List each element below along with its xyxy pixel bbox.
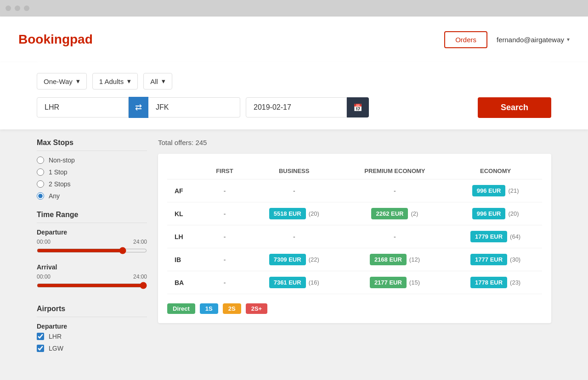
departure-range-slider[interactable] xyxy=(37,247,147,254)
airport-lhr[interactable]: LHR xyxy=(37,333,147,340)
airports-departure-label: Departure xyxy=(37,323,147,330)
cell-business[interactable]: 7309 EUR (22) xyxy=(248,248,341,271)
price-badge-economy[interactable]: 996 EUR xyxy=(472,185,506,196)
class-label: All xyxy=(150,78,158,85)
airport-lgw[interactable]: LGW xyxy=(37,345,147,352)
date-wrapper: 📅 xyxy=(246,97,369,117)
stop-radio-any[interactable] xyxy=(37,192,44,200)
count-premium_economy: (15) xyxy=(409,279,420,286)
cell-premium_economy[interactable]: 2262 EUR (2) xyxy=(341,202,449,225)
search-button[interactable]: Search xyxy=(478,97,551,118)
col-economy: ECONOMY xyxy=(449,163,542,179)
cell-airline: LH xyxy=(167,225,202,248)
cell-business[interactable]: 5518 EUR (20) xyxy=(248,202,341,225)
price-badge-economy[interactable]: 1779 EUR xyxy=(470,231,507,242)
cell-airline: BA xyxy=(167,271,202,294)
price-badge-business[interactable]: 7309 EUR xyxy=(269,254,306,265)
user-menu[interactable]: fernando@airgateway ▾ xyxy=(497,36,570,44)
departure-max: 24:00 xyxy=(133,239,147,245)
cell-premium_economy: - xyxy=(341,179,449,202)
header: Bookingpad Orders fernando@airgateway ▾ xyxy=(0,17,588,62)
airports-title: Airports xyxy=(37,305,147,317)
legend-2s: 2S xyxy=(223,303,241,314)
sidebar: Max Stops Non-stop 1 Stop 2 Stops Any xyxy=(37,139,147,363)
offers-table-container: FIRST BUSINESS PREMIUM ECONOMY ECONOMY A… xyxy=(158,154,551,323)
stop-option-any[interactable]: Any xyxy=(37,192,147,200)
trip-type-dropdown[interactable]: One-Way ▾ xyxy=(37,73,87,89)
arrival-range-slider[interactable] xyxy=(37,282,147,289)
stop-radio-2stops[interactable] xyxy=(37,180,44,188)
swap-icon: ⇄ xyxy=(135,102,142,112)
chevron-down-icon: ▾ xyxy=(567,36,570,43)
table-row: BA- 7361 EUR (16) 2177 EUR (15) 1778 EUR… xyxy=(167,271,542,294)
window-dot-3[interactable] xyxy=(24,6,29,11)
count-economy: (30) xyxy=(510,256,520,263)
window-dot-1[interactable] xyxy=(6,6,11,11)
col-first: FIRST xyxy=(202,163,248,179)
destination-input[interactable] xyxy=(148,97,240,117)
max-stops-title: Max Stops xyxy=(37,139,147,151)
airport-lhr-label: LHR xyxy=(49,333,62,340)
stop-radio-1stop[interactable] xyxy=(37,168,44,176)
departure-min: 00:00 xyxy=(37,239,51,245)
cell-first: - xyxy=(202,202,248,225)
total-offers: Total offers: 245 xyxy=(158,139,551,146)
arrival-min: 00:00 xyxy=(37,274,51,280)
time-range-section: Time Range Departure 00:00 24:00 Arrival… xyxy=(37,211,147,294)
class-dropdown[interactable]: All ▾ xyxy=(143,73,172,89)
cell-premium_economy[interactable]: 2168 EUR (12) xyxy=(341,248,449,271)
cell-economy[interactable]: 1777 EUR (30) xyxy=(449,248,542,271)
departure-time-range: 00:00 24:00 xyxy=(37,239,147,245)
price-badge-premium_economy[interactable]: 2262 EUR xyxy=(371,208,408,219)
cell-economy[interactable]: 1778 EUR (23) xyxy=(449,271,542,294)
price-badge-premium_economy[interactable]: 2168 EUR xyxy=(370,254,407,265)
app-container: Bookingpad Orders fernando@airgateway ▾ … xyxy=(0,17,588,380)
max-stops-section: Max Stops Non-stop 1 Stop 2 Stops Any xyxy=(37,139,147,200)
count-premium_economy: (12) xyxy=(409,256,420,263)
col-business: BUSINESS xyxy=(248,163,341,179)
price-badge-premium_economy[interactable]: 2177 EUR xyxy=(370,277,407,288)
price-badge-economy[interactable]: 996 EUR xyxy=(472,208,506,219)
time-range-title: Time Range xyxy=(37,211,147,223)
stop-label-1stop: 1 Stop xyxy=(49,168,67,176)
airports-section: Airports Departure LHR LGW xyxy=(37,305,147,352)
stop-option-2stops[interactable]: 2 Stops xyxy=(37,180,147,188)
airport-lhr-checkbox[interactable] xyxy=(37,333,44,340)
origin-input[interactable] xyxy=(37,97,129,117)
legend-direct: Direct xyxy=(167,303,195,314)
arrival-time-range: 00:00 24:00 xyxy=(37,274,147,280)
calendar-button[interactable]: 📅 xyxy=(347,97,369,117)
price-badge-business[interactable]: 7361 EUR xyxy=(269,277,306,288)
stop-option-nonstop[interactable]: Non-stop xyxy=(37,156,147,164)
trip-type-label: One-Way xyxy=(44,78,73,85)
count-economy: (23) xyxy=(510,279,520,286)
count-economy: (20) xyxy=(508,210,519,217)
count-business: (20) xyxy=(309,210,319,217)
count-premium_economy: (2) xyxy=(411,210,418,217)
cell-premium_economy[interactable]: 2177 EUR (15) xyxy=(341,271,449,294)
cell-airline: KL xyxy=(167,202,202,225)
cell-economy[interactable]: 996 EUR (21) xyxy=(449,179,542,202)
swap-button[interactable]: ⇄ xyxy=(129,97,148,118)
adults-dropdown[interactable]: 1 Adults ▾ xyxy=(92,73,138,89)
cell-business: - xyxy=(248,225,341,248)
price-badge-business[interactable]: 5518 EUR xyxy=(269,208,306,219)
user-email: fernando@airgateway xyxy=(497,36,564,44)
stop-radio-nonstop[interactable] xyxy=(37,156,44,164)
window-dot-2[interactable] xyxy=(15,6,20,11)
arrival-max: 24:00 xyxy=(133,274,147,280)
price-badge-economy[interactable]: 1778 EUR xyxy=(470,277,507,288)
cell-first: - xyxy=(202,271,248,294)
stop-option-1stop[interactable]: 1 Stop xyxy=(37,168,147,176)
cell-economy[interactable]: 996 EUR (20) xyxy=(449,202,542,225)
col-airline xyxy=(167,163,202,179)
adults-label: 1 Adults xyxy=(99,78,124,85)
orders-button[interactable]: Orders xyxy=(444,31,487,48)
cell-business[interactable]: 7361 EUR (16) xyxy=(248,271,341,294)
trip-type-chevron-icon: ▾ xyxy=(76,77,80,85)
table-row: KL- 5518 EUR (20) 2262 EUR (2) 996 EUR (… xyxy=(167,202,542,225)
cell-economy[interactable]: 1779 EUR (64) xyxy=(449,225,542,248)
date-input[interactable] xyxy=(246,97,347,117)
price-badge-economy[interactable]: 1777 EUR xyxy=(470,254,507,265)
airport-lgw-checkbox[interactable] xyxy=(37,345,44,352)
